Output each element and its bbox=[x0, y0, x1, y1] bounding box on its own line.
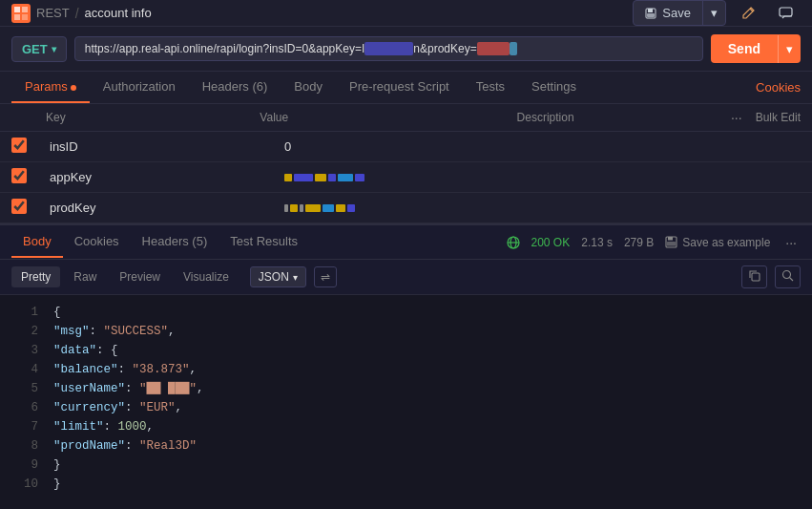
tab-params[interactable]: Params bbox=[11, 72, 90, 103]
json-string: "38.873" bbox=[133, 363, 190, 376]
save-dropdown-button[interactable]: ▾ bbox=[702, 1, 725, 25]
tab-body[interactable]: Body bbox=[281, 72, 336, 103]
response-size: 279 B bbox=[624, 236, 654, 249]
row2-checkbox[interactable] bbox=[11, 168, 27, 183]
bulk-edit-button[interactable]: Bulk Edit bbox=[756, 111, 801, 124]
svg-rect-12 bbox=[668, 237, 673, 241]
method-label: GET bbox=[22, 42, 48, 56]
comment-icon-button[interactable] bbox=[771, 1, 801, 25]
copy-button[interactable] bbox=[741, 265, 767, 288]
bottom-tab-headers5[interactable]: Headers (5) bbox=[131, 226, 219, 258]
send-label: Send bbox=[728, 41, 760, 56]
line-content: } bbox=[53, 456, 61, 475]
blur-sq bbox=[338, 174, 353, 181]
row3-checkbox[interactable] bbox=[11, 199, 27, 214]
row2-value bbox=[284, 170, 566, 184]
url-bar: GET ▾ https://app.real-api.online/rapi/l… bbox=[0, 27, 812, 72]
cookies-link[interactable]: Cookies bbox=[756, 80, 801, 95]
bottom-tab-cookies[interactable]: Cookies bbox=[63, 226, 131, 258]
tab-body-label: Body bbox=[294, 79, 323, 94]
chevron-down-icon: ▾ bbox=[711, 6, 718, 20]
globe-icon bbox=[507, 236, 520, 249]
json-plain: : bbox=[90, 325, 104, 338]
params-dot bbox=[71, 85, 76, 91]
json-brace: } bbox=[53, 477, 61, 491]
tab-authorization-label: Authorization bbox=[103, 79, 176, 94]
line-number: 4 bbox=[8, 360, 38, 379]
params-table-header: Key Value Description ··· Bulk Edit bbox=[0, 104, 812, 132]
row2-key: appKey bbox=[46, 170, 284, 184]
row2-value-redacted bbox=[284, 174, 364, 181]
search-icon bbox=[781, 269, 794, 282]
search-button[interactable] bbox=[775, 265, 801, 288]
url-input[interactable]: https://app.real-api.online/rapi/login?i… bbox=[74, 36, 703, 61]
tab-settings-label: Settings bbox=[531, 79, 576, 94]
code-line: 1{ bbox=[0, 303, 812, 322]
save-example-button[interactable]: Save as example bbox=[665, 236, 770, 249]
blur-sq bbox=[347, 204, 355, 212]
save-icon bbox=[645, 8, 656, 19]
code-view: 1{2 "msg": "SUCCESS",3 "data": {4 "balan… bbox=[0, 295, 812, 509]
format-chevron-icon: ▾ bbox=[293, 272, 298, 283]
tab-tests[interactable]: Tests bbox=[463, 72, 518, 103]
blur-sq bbox=[284, 174, 292, 181]
format-type-select[interactable]: JSON ▾ bbox=[250, 266, 306, 287]
app-container: REST / account info Save ▾ bbox=[0, 0, 812, 509]
json-string: "██ ███" bbox=[139, 382, 197, 395]
url-redacted-3: █ bbox=[510, 42, 518, 55]
save-button[interactable]: Save bbox=[634, 1, 702, 25]
title-bar-right: Save ▾ bbox=[633, 0, 801, 26]
bottom-tab-body-label: Body bbox=[23, 234, 52, 248]
save-example-icon bbox=[665, 236, 677, 248]
row1-checkbox[interactable] bbox=[11, 138, 27, 153]
json-brace: } bbox=[53, 458, 61, 472]
method-select[interactable]: GET ▾ bbox=[11, 36, 67, 62]
row2-check-col bbox=[11, 168, 46, 186]
code-line: 2 "msg": "SUCCESS", bbox=[0, 322, 812, 341]
svg-rect-6 bbox=[647, 13, 655, 17]
json-plain: , bbox=[168, 325, 176, 338]
tab-params-label: Params bbox=[25, 79, 68, 94]
url-redacted-2: ████ bbox=[477, 42, 510, 55]
row1-check-col bbox=[11, 138, 46, 156]
bottom-tab-testresults[interactable]: Test Results bbox=[219, 226, 309, 258]
line-number: 7 bbox=[8, 417, 38, 436]
format-tab-visualize[interactable]: Visualize bbox=[174, 266, 239, 287]
json-string: "SUCCESS" bbox=[104, 325, 169, 338]
send-button[interactable]: Send bbox=[711, 34, 778, 63]
row1-value: 0 bbox=[284, 139, 566, 154]
line-content: "limit": 1000, bbox=[53, 417, 154, 436]
code-line: 3 "data": { bbox=[0, 341, 812, 360]
json-plain: , bbox=[147, 420, 155, 434]
table-row: appKey bbox=[0, 162, 812, 193]
svg-rect-7 bbox=[780, 8, 792, 16]
row3-key: prodKey bbox=[46, 201, 284, 215]
tab-settings[interactable]: Settings bbox=[518, 72, 590, 103]
tab-headers[interactable]: Headers (6) bbox=[189, 72, 281, 103]
blur-sq bbox=[336, 204, 345, 212]
params-tabs-bar: Params Authorization Headers (6) Body Pr… bbox=[0, 72, 812, 104]
format-tab-preview[interactable]: Preview bbox=[110, 266, 170, 287]
format-wrap-button[interactable]: ⇌ bbox=[314, 266, 337, 287]
json-plain: : bbox=[125, 439, 139, 453]
format-tab-pretty[interactable]: Pretty bbox=[11, 266, 60, 287]
bottom-tab-status-area: 200 OK 2.13 s 279 B Save as example ··· bbox=[507, 235, 802, 250]
send-dropdown-button[interactable]: ▾ bbox=[778, 35, 801, 63]
json-key: "data" bbox=[53, 344, 96, 357]
tab-authorization[interactable]: Authorization bbox=[90, 72, 189, 103]
value-col-header: Value bbox=[260, 111, 516, 124]
more-options-icon[interactable]: ··· bbox=[731, 110, 742, 125]
blur-sq bbox=[294, 174, 313, 181]
svg-rect-14 bbox=[752, 273, 760, 281]
wrap-icon: ⇌ bbox=[321, 270, 330, 284]
bottom-tab-body[interactable]: Body bbox=[11, 226, 63, 258]
edit-icon-button[interactable] bbox=[734, 1, 763, 25]
format-tab-raw[interactable]: Raw bbox=[64, 266, 106, 287]
line-content: { bbox=[53, 303, 61, 322]
tab-prerequest[interactable]: Pre-request Script bbox=[336, 72, 463, 103]
json-plain: , bbox=[176, 401, 183, 414]
tab-prerequest-label: Pre-request Script bbox=[349, 79, 449, 94]
code-line: 4 "balance": "38.873", bbox=[0, 360, 812, 379]
row1-key: insID bbox=[46, 139, 284, 154]
more-options-button[interactable]: ··· bbox=[781, 235, 801, 250]
